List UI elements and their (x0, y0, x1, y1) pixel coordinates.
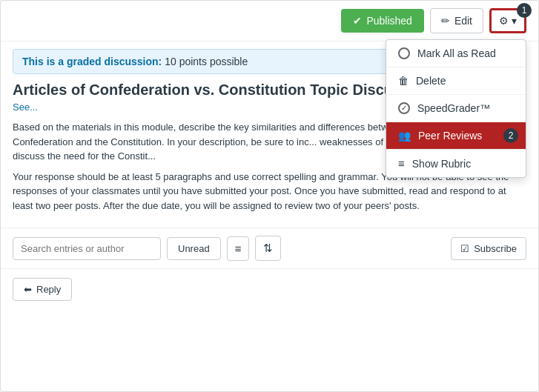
dropdown-item-speedgrader[interactable]: ✓ SpeedGrader™ (386, 95, 526, 122)
dropdown-item-peer-reviews[interactable]: 👥 Peer Reviews 2 (386, 122, 526, 150)
subscribe-label: Subscribe (474, 243, 517, 254)
subscribe-button[interactable]: ☑ Subscribe (451, 237, 526, 260)
dropdown-item-show-rubric[interactable]: ≡ Show Rubric (386, 150, 526, 177)
speedgrader-icon: ✓ (398, 102, 410, 114)
filter-icon-2: ⇅ (263, 242, 273, 254)
peer-reviews-icon: 👥 (398, 130, 411, 142)
subscribe-icon: ☑ (460, 243, 469, 254)
delete-label: Delete (416, 75, 446, 87)
dropdown-item-delete[interactable]: 🗑 Delete (386, 67, 526, 95)
rubric-icon: ≡ (398, 157, 405, 170)
check-icon: ✔ (353, 15, 362, 27)
toolbar: ✔ Published ✏ Edit ⚙ ▾ 1 (1, 1, 538, 41)
graded-prefix: This is a graded discussion: (22, 56, 165, 67)
dropdown-arrow-icon: ▾ (512, 15, 517, 27)
reply-label: Reply (36, 284, 61, 295)
pencil-icon: ✏ (441, 15, 450, 27)
graded-points: 10 points possible (165, 56, 248, 67)
speedgrader-label: SpeedGrader™ (417, 102, 490, 114)
gear-button[interactable]: ⚙ ▾ 1 (489, 8, 526, 33)
published-label: Published (366, 15, 412, 27)
show-rubric-label: Show Rubric (412, 158, 471, 170)
filter-icon-1: ≡ (235, 242, 242, 255)
published-button[interactable]: ✔ Published (341, 9, 424, 33)
trash-icon: 🗑 (398, 75, 409, 87)
reply-button[interactable]: ⬅ Reply (13, 278, 72, 301)
edit-button[interactable]: ✏ Edit (430, 8, 483, 33)
gear-icon: ⚙ (499, 15, 509, 27)
main-container: ✔ Published ✏ Edit ⚙ ▾ 1 This is a grade… (0, 0, 539, 392)
search-input[interactable] (13, 237, 161, 260)
mark-read-icon (398, 47, 410, 59)
filter-button-1[interactable]: ≡ (227, 236, 250, 261)
mark-read-label: Mark All as Read (417, 47, 496, 59)
filter-button-2[interactable]: ⇅ (255, 236, 281, 261)
unread-label: Unread (178, 243, 210, 254)
unread-button[interactable]: Unread (167, 237, 221, 260)
reply-bar: ⬅ Reply (1, 268, 538, 310)
peer-reviews-label: Peer Reviews (418, 130, 482, 142)
gear-badge: 1 (517, 3, 532, 18)
peer-reviews-badge: 2 (503, 128, 518, 143)
edit-label: Edit (454, 15, 472, 27)
reply-icon: ⬅ (24, 284, 32, 295)
dropdown-menu: Mark All as Read 🗑 Delete ✓ SpeedGrader™… (386, 39, 526, 178)
dropdown-item-mark-all-read[interactable]: Mark All as Read (386, 40, 526, 67)
search-bar: Unread ≡ ⇅ ☑ Subscribe (1, 227, 538, 268)
